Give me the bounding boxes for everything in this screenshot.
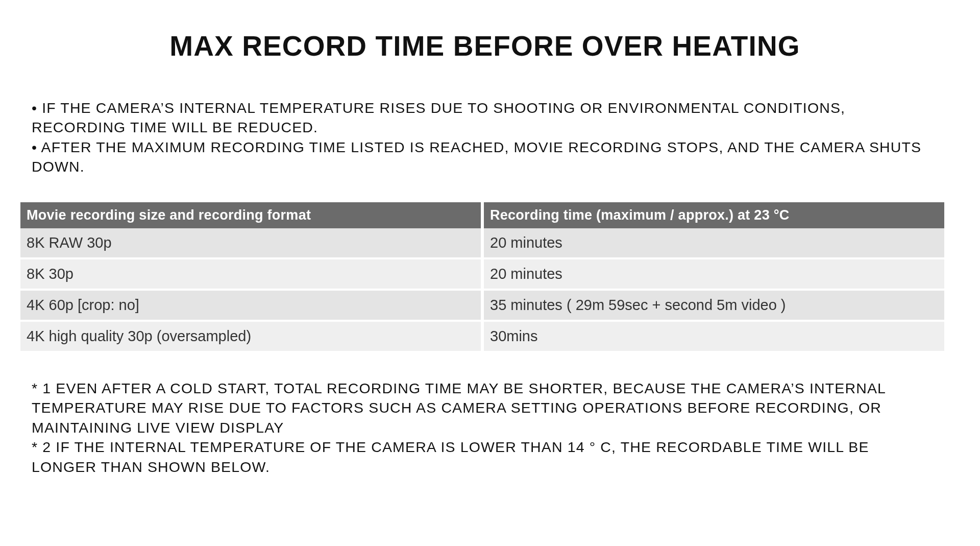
table-row: 4K 60p [crop: no] 35 minutes ( 29m 59sec… bbox=[20, 290, 944, 321]
page-title: MAX RECORD TIME BEFORE OVER HEATING bbox=[20, 30, 949, 62]
intro-bullet-2: • AFTER THE MAXIMUM RECORDING TIME LISTE… bbox=[32, 137, 929, 177]
table-row: 8K RAW 30p 20 minutes bbox=[20, 228, 944, 258]
record-time-table: Movie recording size and recording forma… bbox=[20, 202, 944, 353]
footnote-2: * 2 IF THE INTERNAL TEMPERATURE OF THE C… bbox=[32, 437, 929, 477]
cell-format: 8K 30p bbox=[20, 258, 482, 290]
cell-format: 8K RAW 30p bbox=[20, 228, 482, 258]
cell-time: 20 minutes bbox=[482, 228, 944, 258]
table-header-time: Recording time (maximum / approx.) at 23… bbox=[482, 202, 944, 228]
table-row: 8K 30p 20 minutes bbox=[20, 258, 944, 290]
footnote-1: * 1 EVEN AFTER A COLD START, TOTAL RECOR… bbox=[32, 378, 929, 437]
intro-bullet-1: • IF THE CAMERA’S INTERNAL TEMPERATURE R… bbox=[32, 98, 929, 137]
cell-time: 35 minutes ( 29m 59sec + second 5m video… bbox=[482, 290, 944, 321]
table-header-format: Movie recording size and recording forma… bbox=[20, 202, 482, 228]
cell-format: 4K 60p [crop: no] bbox=[20, 290, 482, 321]
cell-time: 30mins bbox=[482, 321, 944, 352]
table-row: 4K high quality 30p (oversampled) 30mins bbox=[20, 321, 944, 352]
cell-format: 4K high quality 30p (oversampled) bbox=[20, 321, 482, 352]
footnote-block: * 1 EVEN AFTER A COLD START, TOTAL RECOR… bbox=[32, 378, 929, 477]
intro-block: • IF THE CAMERA’S INTERNAL TEMPERATURE R… bbox=[32, 98, 929, 177]
table-header-row: Movie recording size and recording forma… bbox=[20, 202, 944, 228]
cell-time: 20 minutes bbox=[482, 258, 944, 290]
